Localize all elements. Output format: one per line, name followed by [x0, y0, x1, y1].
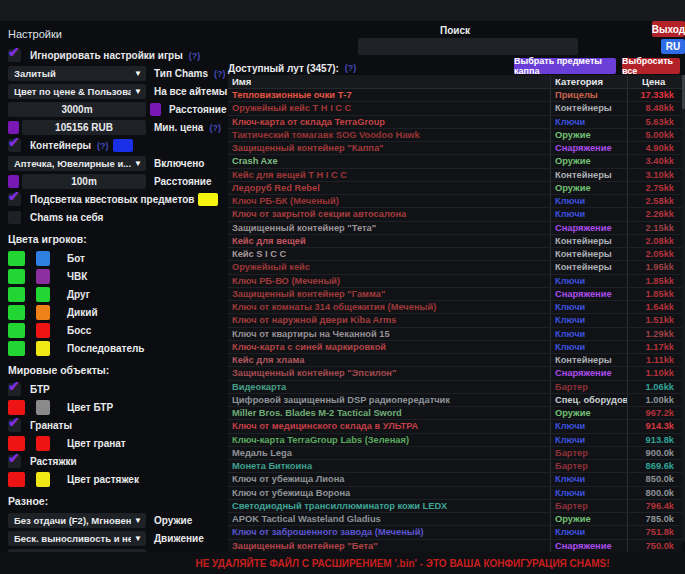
color-swatch[interactable]	[8, 436, 25, 451]
table-row[interactable]: Ключ РБ-ВО (Меченый)Ключи1.85kk	[228, 275, 682, 288]
table-cell-name: Тактический томагавк SOG Voodoo Hawk	[228, 129, 550, 141]
help-hint[interactable]: (?)	[345, 63, 357, 73]
table-row[interactable]: Защищенный контейнер "Эпсилон"Снаряжение…	[228, 367, 682, 380]
ignore-game-settings-checkbox[interactable]: ✔	[8, 49, 21, 62]
table-row[interactable]: Защищенный контейнер "Бета"Снаряжение750…	[228, 540, 682, 553]
color-mode-select[interactable]: Цвет по цене & Пользователь ▼	[8, 84, 146, 99]
table-row[interactable]: ВидеокартаБартер1.06kk	[228, 381, 682, 394]
table-row[interactable]: Ледоруб Red RebelОружие2.75kk	[228, 182, 682, 195]
table-row[interactable]: Ключ от заброшенного завода (Меченый)Клю…	[228, 526, 682, 539]
table-row[interactable]: Ключ от наружной двери Kiba ArmsКлючи1.5…	[228, 314, 682, 327]
color-swatch[interactable]	[8, 400, 25, 415]
color-swatch[interactable]	[36, 472, 50, 487]
table-row[interactable]: Оружейный кейс T H I C CКонтейнеры8.48kk	[228, 102, 682, 115]
color-swatch[interactable]	[8, 323, 25, 338]
table-row[interactable]: Тактический томагавк SOG Voodoo HawkОруж…	[228, 129, 682, 142]
distance-row: 3000m Расстояние	[8, 102, 226, 117]
help-hint[interactable]: (?)	[97, 141, 109, 151]
grenades-row[interactable]: ✔ Гранаты	[8, 418, 226, 433]
color-swatch[interactable]	[36, 287, 50, 302]
column-header-name[interactable]: Имя	[228, 76, 550, 87]
table-row[interactable]: Кейс S I C CКонтейнеры2.05kk	[228, 248, 682, 261]
color-swatch[interactable]	[36, 269, 50, 284]
table-row[interactable]: Оружейный кейсКонтейнеры1.95kk	[228, 261, 682, 274]
exit-button[interactable]: Выход	[652, 21, 685, 37]
color-swatch[interactable]	[36, 323, 50, 338]
tripwires-checkbox[interactable]: ✔	[8, 455, 21, 468]
color-swatch[interactable]	[8, 341, 25, 356]
table-row[interactable]: Защищенный контейнер "Каппа"Снаряжение4.…	[228, 142, 682, 155]
table-row[interactable]: Светодиодный трансиллюминатор кожи LEDXБ…	[228, 500, 682, 513]
table-row[interactable]: Ключ от убежища ЛионаКлючи850.0k	[228, 473, 682, 486]
color-swatch[interactable]	[8, 287, 25, 302]
table-row[interactable]: Ключ-карта с синей маркировкойКлючи1.17k…	[228, 341, 682, 354]
ignore-game-settings-row[interactable]: ✔ Игнорировать настройки игры (?)	[8, 48, 226, 63]
color-swatch[interactable]	[36, 305, 50, 320]
table-row[interactable]: Защищенный контейнер "Тета"Снаряжение2.1…	[228, 222, 682, 235]
table-row[interactable]: APOK Tactical Wasteland GladiusОружие785…	[228, 513, 682, 526]
quest-highlight-checkbox[interactable]: ✔	[8, 193, 21, 206]
table-row[interactable]: Ключ РБ-БК (Меченый)Ключи2.58kk	[228, 195, 682, 208]
min-price-input[interactable]: 105156 RUB	[22, 120, 146, 135]
color-swatch[interactable]	[36, 436, 50, 451]
table-row[interactable]: Цифровой защищенный DSP радиопередатчикС…	[228, 394, 682, 407]
table-row[interactable]: Ключ от убежища ВоронаКлючи800.0k	[228, 487, 682, 500]
grenades-checkbox[interactable]: ✔	[8, 419, 21, 432]
containers-row[interactable]: ✔ Контейнеры (?)	[8, 138, 226, 153]
table-cell-cat: Ключи	[550, 341, 627, 353]
table-cell-name: Защищенный контейнер "Бета"	[228, 540, 550, 552]
help-hint[interactable]: (?)	[189, 51, 201, 61]
table-row[interactable]: Ключ от медицинского склада в УЛЬТРАКлюч…	[228, 420, 682, 433]
table-row[interactable]: Защищенный контейнер "Гамма"Снаряжение1.…	[228, 288, 682, 301]
select-kappa-items-button[interactable]: Выбрать предметы каппа	[514, 58, 616, 74]
chams-type-select[interactable]: Залитый ▼	[8, 66, 146, 81]
help-hint[interactable]: (?)	[209, 123, 221, 133]
column-header-category[interactable]: Категория	[550, 76, 627, 87]
movement-select[interactable]: Беск. выносливость и нет уста: ▼	[8, 531, 146, 546]
enabled-filter-select[interactable]: Аптечка, Ювелирные и... ▼	[8, 156, 146, 171]
color-swatch[interactable]	[36, 341, 50, 356]
discard-all-button[interactable]: Выбросить все	[622, 58, 680, 74]
weapon-select[interactable]: Без отдачи (F2), Мгновенное п ▼	[8, 513, 146, 528]
grenade-color-row: Цвет гранат	[8, 436, 226, 451]
color-swatch[interactable]	[36, 251, 50, 266]
player-colors-title: Цвета игроков:	[8, 233, 226, 245]
containers-color-swatch[interactable]	[113, 139, 133, 152]
table-row[interactable]: Ключ от закрытой секции автосалонаКлючи2…	[228, 208, 682, 221]
help-hint[interactable]: (?)	[214, 69, 226, 79]
distance-input[interactable]: 3000m	[8, 102, 146, 117]
table-row[interactable]: Кейс для вещейКонтейнеры2.08kk	[228, 235, 682, 248]
distance-color-swatch[interactable]	[150, 103, 161, 116]
containers-checkbox[interactable]: ✔	[8, 139, 21, 152]
quest-highlight-color-swatch[interactable]	[198, 193, 218, 206]
search-input[interactable]	[358, 38, 578, 55]
color-swatch[interactable]	[36, 400, 50, 415]
distance2-color-swatch[interactable]	[8, 175, 19, 188]
language-button[interactable]: RU	[661, 39, 685, 54]
color-swatch[interactable]	[8, 269, 25, 284]
color-swatch[interactable]	[8, 472, 25, 487]
table-row[interactable]: Ключ от комнаты 314 общежития (Меченый)К…	[228, 301, 682, 314]
column-header-price[interactable]: Цена	[627, 76, 678, 87]
table-row[interactable]: Монета БиткоинаБартер869.6k	[228, 460, 682, 473]
table-row[interactable]: Ключ-карта TerraGroup Labs (Зеленая)Ключ…	[228, 434, 682, 447]
table-row[interactable]: Miller Bros. Blades M-2 Tactical SwordОр…	[228, 407, 682, 420]
table-row[interactable]: Crash AxeОружие3.40kk	[228, 155, 682, 168]
chams-self-checkbox[interactable]	[8, 211, 21, 224]
tripwires-row[interactable]: ✔ Растяжки	[8, 454, 226, 469]
color-swatch[interactable]	[8, 305, 25, 320]
table-row[interactable]: Ключ-карта от склада TerraGroupКлючи5.63…	[228, 116, 682, 129]
table-row[interactable]: Медаль LegaБартер900.0k	[228, 447, 682, 460]
min-price-color-swatch[interactable]	[8, 121, 19, 134]
btr-checkbox[interactable]: ✔	[8, 383, 21, 396]
table-row[interactable]: Ключ от квартиры на Чеканной 15Ключи1.29…	[228, 328, 682, 341]
distance2-input[interactable]: 100m	[22, 174, 146, 189]
table-row[interactable]: Кейс для вещей T H I C CКонтейнеры3.10kk	[228, 169, 682, 182]
quest-highlight-row[interactable]: ✔ Подсветка квестовых предметов	[8, 192, 226, 207]
table-row[interactable]: Кейс для хламаКонтейнеры1.11kk	[228, 354, 682, 367]
chams-self-row[interactable]: Chams на себя	[8, 210, 226, 225]
table-row[interactable]: Тепловизионные очки Т-7Прицелы17.33kk	[228, 89, 682, 102]
btr-row[interactable]: ✔ БТР	[8, 382, 226, 397]
color-swatch[interactable]	[8, 251, 25, 266]
grenades-label: Гранаты	[30, 420, 72, 431]
